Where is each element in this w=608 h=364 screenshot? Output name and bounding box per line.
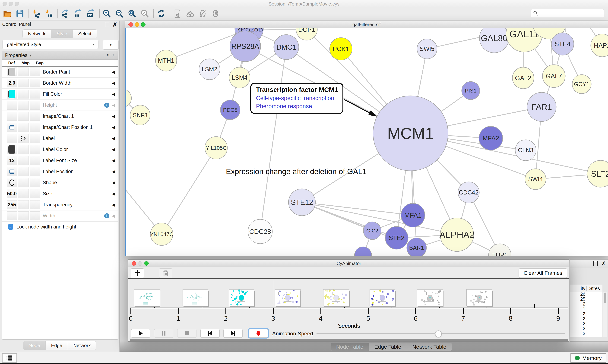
zoom-selected-icon[interactable] <box>140 9 150 18</box>
expand-row-icon[interactable]: ◀ <box>112 180 115 185</box>
frame-thumbnail-2[interactable] <box>182 289 208 306</box>
table-cell-value[interactable]: 2 <box>570 321 585 326</box>
table-tab-network-table[interactable]: Network Table <box>407 343 452 351</box>
collapse-all-icon[interactable]: « <box>111 54 116 57</box>
bypass-cell[interactable] <box>30 123 40 132</box>
frame-thumbnail-3[interactable] <box>229 289 254 306</box>
network-titlebar[interactable]: galFiltered.sif <box>125 21 608 28</box>
annotation-box[interactable]: Transcription factor MCM1 Cell-type-spec… <box>250 83 344 114</box>
property-row-size[interactable]: 50.0Size◀ <box>2 188 118 199</box>
import-table-icon[interactable] <box>44 9 54 18</box>
mapping-cell[interactable] <box>18 67 29 76</box>
mapping-cell[interactable] <box>18 178 29 187</box>
expand-row-icon[interactable]: ◀ <box>112 202 115 207</box>
expand-row-icon[interactable]: ◀ <box>112 70 115 75</box>
hide-details-icon[interactable] <box>198 9 207 18</box>
frame-thumbnail-5[interactable] <box>323 289 349 306</box>
table-cell-value[interactable]: 26 <box>570 292 585 297</box>
default-value-cell[interactable] <box>7 112 17 121</box>
mapping-cell[interactable] <box>18 145 29 154</box>
default-value-cell[interactable] <box>7 145 17 154</box>
cyanimator-titlebar[interactable]: CyAnimator <box>128 260 569 267</box>
record-button[interactable] <box>249 329 268 338</box>
bypass-cell[interactable] <box>30 167 40 176</box>
expand-all-icon[interactable]: » <box>106 54 111 57</box>
property-row-border-paint[interactable]: Border Paint◀ <box>2 66 118 78</box>
bypass-cell[interactable] <box>30 178 40 187</box>
expand-row-icon[interactable]: ◀ <box>112 92 115 97</box>
mapping-cell[interactable] <box>18 101 29 110</box>
property-row-label-color[interactable]: Label Color◀ <box>2 144 118 155</box>
skip-to-end-button[interactable] <box>223 329 243 338</box>
mapping-cell[interactable] <box>18 123 29 132</box>
default-value-cell[interactable] <box>7 101 17 110</box>
default-value-cell[interactable] <box>7 134 17 143</box>
refresh-icon[interactable] <box>156 9 166 18</box>
memory-button[interactable]: Memory <box>570 353 606 363</box>
bypass-cell[interactable] <box>30 112 40 121</box>
zoom-out-icon[interactable] <box>115 9 124 18</box>
stop-button[interactable] <box>177 329 196 338</box>
export-table-icon[interactable] <box>73 9 83 18</box>
table-scrollbar[interactable] <box>603 292 607 337</box>
skip-to-start-button[interactable] <box>200 329 220 338</box>
expand-row-icon[interactable]: ◀ <box>112 191 115 196</box>
frame-thumbnail-8[interactable] <box>467 289 492 306</box>
default-value-cell[interactable]: 2.0 <box>7 78 17 87</box>
timeline-playhead[interactable] <box>273 281 273 308</box>
default-value-cell[interactable]: 50.0 <box>7 189 17 198</box>
property-row-height[interactable]: Heighti◀ <box>2 100 118 111</box>
bottom-tab-edge[interactable]: Edge <box>46 341 68 350</box>
table-cell-value[interactable]: 2 <box>570 326 585 331</box>
default-value-cell[interactable] <box>7 167 17 176</box>
bypass-cell[interactable] <box>30 67 40 76</box>
property-row-fill-color[interactable]: Fill Color◀ <box>2 89 118 100</box>
zoom-in-icon[interactable] <box>102 9 112 18</box>
tab-network[interactable]: Network <box>23 29 51 38</box>
tab-select[interactable]: Select <box>73 29 97 38</box>
table-tab-node-table[interactable]: Node Table <box>331 343 369 351</box>
property-row-width[interactable]: Widthi◀ <box>2 210 118 221</box>
float-panel-icon[interactable] <box>105 22 109 27</box>
expand-row-icon[interactable]: ◀ <box>112 169 115 174</box>
bypass-cell[interactable] <box>30 101 40 110</box>
frame-thumbnail-4[interactable] <box>275 289 301 306</box>
property-row-label[interactable]: Label◀ <box>2 133 118 144</box>
clear-all-frames-button[interactable]: Clear All Frames <box>519 268 567 278</box>
style-selector-dropdown[interactable]: galFiltered Style ▾ <box>2 40 98 49</box>
table-column-ity[interactable]: ity <box>570 286 586 291</box>
mapping-cell[interactable] <box>18 156 29 165</box>
property-row-shape[interactable]: Shape◀ <box>2 177 118 188</box>
default-value-cell[interactable] <box>7 67 17 76</box>
table-cell-value[interactable]: 2 <box>570 331 585 336</box>
task-history-button[interactable] <box>2 353 17 363</box>
property-row-image-chart-1[interactable]: Image/Chart 1◀ <box>2 111 118 122</box>
bypass-cell[interactable] <box>30 189 40 198</box>
bypass-cell[interactable] <box>30 90 40 99</box>
style-options-button[interactable]: ▾ <box>103 40 119 50</box>
default-value-cell[interactable] <box>7 90 17 99</box>
info-icon[interactable]: i <box>104 103 109 108</box>
expand-row-icon[interactable]: ◀ <box>112 136 115 141</box>
import-network-icon[interactable] <box>31 9 41 18</box>
properties-menu-icon[interactable]: ▾ <box>30 53 31 58</box>
property-row-label-position[interactable]: Label Position◀ <box>2 166 118 177</box>
mapping-cell[interactable] <box>18 200 29 209</box>
mapping-cell[interactable] <box>18 78 29 87</box>
property-row-label-font-size[interactable]: 12Label Font Size◀ <box>2 155 118 166</box>
mapping-cell[interactable] <box>18 211 29 220</box>
table-column-stress[interactable]: Stres <box>587 286 602 291</box>
open-folder-icon[interactable] <box>2 9 12 18</box>
slider-thumb[interactable] <box>435 330 442 337</box>
float-panel-icon[interactable] <box>593 261 598 266</box>
close-panel-icon[interactable]: ✗ <box>113 22 117 27</box>
mapping-cell[interactable] <box>18 189 29 198</box>
bottom-tab-node[interactable]: Node <box>23 341 46 350</box>
table-cell-value[interactable]: 25 <box>570 297 585 301</box>
bypass-cell[interactable] <box>30 211 40 220</box>
add-frame-button[interactable] <box>131 268 144 278</box>
expand-row-icon[interactable]: ◀ <box>112 158 115 163</box>
delete-frame-button[interactable] <box>159 268 172 278</box>
mapping-cell[interactable] <box>18 112 29 121</box>
export-image-icon[interactable] <box>86 9 95 18</box>
